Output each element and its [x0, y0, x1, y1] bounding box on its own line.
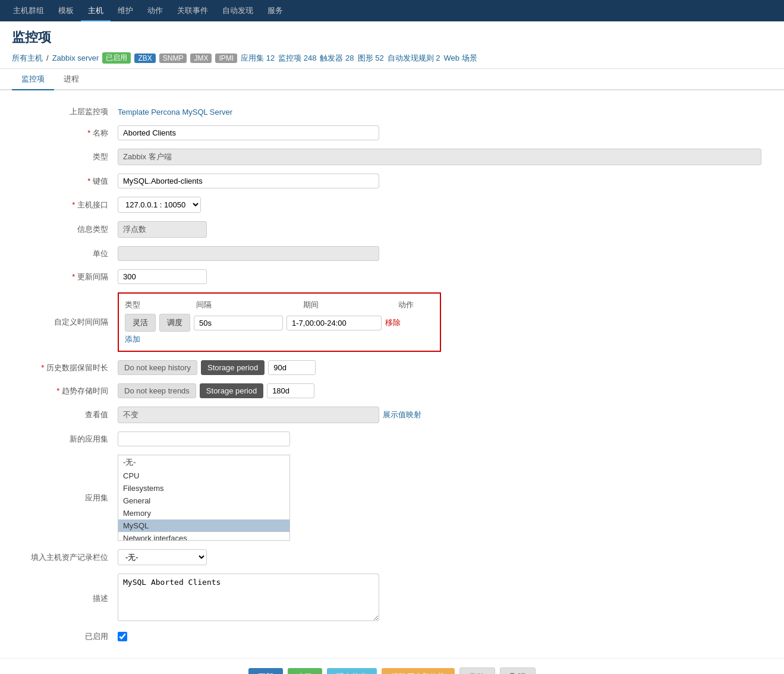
breadcrumb-all-hosts[interactable]: 所有主机 [12, 53, 43, 64]
unit-value-cell [113, 242, 766, 265]
app-item-0[interactable]: -无- [118, 455, 289, 470]
breadcrumb-trigger-link[interactable]: 触发器 28 [320, 53, 354, 64]
parent-monitor-value: Template Percona MySQL Server [113, 102, 766, 121]
main-content: 上层监控项 Template Percona MySQL Server 名称 类… [0, 90, 784, 658]
parent-monitor-link[interactable]: Template Percona MySQL Server [118, 108, 232, 116]
interval-add-link[interactable]: 添加 [125, 335, 140, 344]
clear-history-button[interactable]: 清除历史和趋势 [382, 668, 455, 674]
ipmi-badge[interactable]: IPMI [215, 53, 237, 63]
nav-item-event[interactable]: 关联事件 [170, 0, 215, 21]
trend-storage-period-btn[interactable]: Storage period [200, 383, 263, 398]
breadcrumb-sep1: / [46, 53, 49, 62]
nav-item-maintenance[interactable]: 维护 [111, 0, 140, 21]
history-row: 历史数据保留时长 Do not keep history Storage per… [18, 356, 766, 379]
col-type: 类型 [125, 300, 196, 310]
trend-no-keep-btn[interactable]: Do not keep trends [118, 383, 196, 398]
trend-value-input[interactable] [267, 383, 314, 398]
history-storage-period-btn[interactable]: Storage period [201, 360, 265, 375]
type-row: 类型 Zabbix 客户端 [18, 144, 766, 169]
app-list-row: 应用集 -无- CPU Filesystems General Memory M… [18, 451, 766, 545]
breadcrumb-graph-link[interactable]: 图形 52 [358, 53, 384, 64]
interface-label: 主机接口 [18, 193, 113, 217]
update-interval-value-cell [113, 265, 766, 288]
breadcrumb-app-link[interactable]: 应用集 12 [241, 53, 275, 64]
nav-item-action[interactable]: 动作 [140, 0, 170, 21]
description-cell: MySQL Aborted Clients [113, 569, 766, 627]
app-item-2[interactable]: Filesystems [118, 482, 289, 495]
clone-button[interactable]: 克隆 [288, 668, 322, 674]
interval-type-schedule-btn[interactable]: 调度 [159, 314, 190, 332]
breadcrumb-web-link[interactable]: Web 场景 [444, 53, 477, 64]
bottom-bar: 更新 克隆 现在检查 清除历史和趋势 删除 取消 [0, 658, 784, 674]
unit-row: 单位 [18, 242, 766, 265]
history-value-input[interactable] [268, 360, 316, 375]
description-row: 描述 MySQL Aborted Clients [18, 569, 766, 627]
unit-label: 单位 [18, 242, 113, 265]
host-record-select[interactable]: -无- [118, 549, 207, 565]
nav-item-service[interactable]: 服务 [260, 0, 290, 21]
name-input[interactable] [118, 125, 379, 140]
col-period: 期间 [303, 300, 398, 310]
interval-value-input[interactable] [194, 316, 283, 330]
interface-select[interactable]: 127.0.0.1 : 10050 [118, 197, 201, 213]
type-display: Zabbix 客户端 [118, 149, 761, 165]
show-value-label: 查看值 [18, 402, 113, 427]
app-item-1[interactable]: CPU [118, 470, 289, 482]
top-navigation: 主机群组 模板 主机 维护 动作 关联事件 自动发现 服务 [0, 0, 784, 21]
tab-items[interactable]: 监控项 [12, 69, 54, 90]
enabled-row: 已启用 [18, 627, 766, 646]
description-textarea[interactable]: MySQL Aborted Clients [118, 574, 379, 621]
jmx-badge[interactable]: JMX [190, 53, 212, 63]
interval-period-input[interactable] [286, 316, 382, 330]
app-item-3[interactable]: General [118, 495, 289, 507]
enabled-label: 已启用 [18, 627, 113, 646]
tab-process[interactable]: 进程 [54, 69, 89, 90]
interval-add-row: 添加 [125, 334, 434, 345]
type-label: 类型 [18, 144, 113, 169]
new-app-input[interactable] [118, 432, 290, 446]
app-item-6[interactable]: Network interfaces [118, 532, 289, 541]
update-button[interactable]: 更新 [248, 668, 283, 674]
host-record-row: 填入主机资产记录栏位 -无- [18, 545, 766, 569]
history-no-keep-btn[interactable]: Do not keep history [118, 360, 197, 375]
app-item-5[interactable]: MySQL [118, 519, 289, 532]
check-now-button[interactable]: 现在检查 [327, 668, 377, 674]
delete-button[interactable]: 删除 [459, 667, 495, 674]
snmp-badge[interactable]: SNMP [159, 53, 187, 63]
zbx-badge[interactable]: ZBX [134, 53, 155, 63]
nav-item-host[interactable]: 主机 [81, 0, 111, 21]
info-type-display: 浮点数 [118, 221, 207, 238]
interval-remove-link[interactable]: 移除 [385, 317, 401, 328]
show-value-map-link[interactable]: 展示值映射 [383, 410, 421, 420]
unit-input[interactable] [118, 246, 379, 261]
sub-tabs: 监控项 进程 [0, 69, 784, 90]
breadcrumb-server[interactable]: Zabbix server [52, 53, 99, 62]
enabled-cell [113, 627, 766, 646]
app-item-4[interactable]: Memory [118, 507, 289, 519]
update-interval-input[interactable] [118, 269, 207, 284]
history-label: 历史数据保留时长 [18, 356, 113, 379]
breadcrumb: 所有主机 / Zabbix server 已启用 ZBX SNMP JMX IP… [12, 52, 772, 64]
key-input[interactable] [118, 174, 379, 188]
name-value-cell [113, 121, 766, 144]
trend-row: 趋势存储时间 Do not keep trends Storage period [18, 379, 766, 402]
nav-item-group[interactable]: 主机群组 [6, 0, 51, 21]
custom-interval-value-cell: 类型 间隔 期间 动作 灵活 调度 移除 添加 [113, 288, 766, 356]
app-list[interactable]: -无- CPU Filesystems General Memory MySQL… [118, 455, 290, 541]
key-row: 键值 [18, 169, 766, 193]
parent-monitor-row: 上层监控项 Template Percona MySQL Server [18, 102, 766, 121]
key-value-cell [113, 169, 766, 193]
show-value-display: 不变 [118, 407, 379, 423]
enabled-checkbox[interactable] [118, 632, 127, 641]
cancel-button[interactable]: 取消 [500, 667, 536, 674]
interval-header: 类型 间隔 期间 动作 [125, 300, 434, 310]
nav-item-template[interactable]: 模板 [51, 0, 81, 21]
breadcrumb-item-link[interactable]: 监控项 248 [278, 53, 316, 64]
host-record-cell: -无- [113, 545, 766, 569]
interval-type-flexible-btn[interactable]: 灵活 [125, 314, 156, 332]
trend-group: Do not keep trends Storage period [118, 383, 761, 398]
enabled-badge[interactable]: 已启用 [102, 52, 131, 64]
nav-item-discovery[interactable]: 自动发现 [215, 0, 260, 21]
breadcrumb-discovery-link[interactable]: 自动发现规则 2 [388, 53, 440, 64]
custom-interval-row: 自定义时间间隔 类型 间隔 期间 动作 灵活 调度 移除 [18, 288, 766, 356]
